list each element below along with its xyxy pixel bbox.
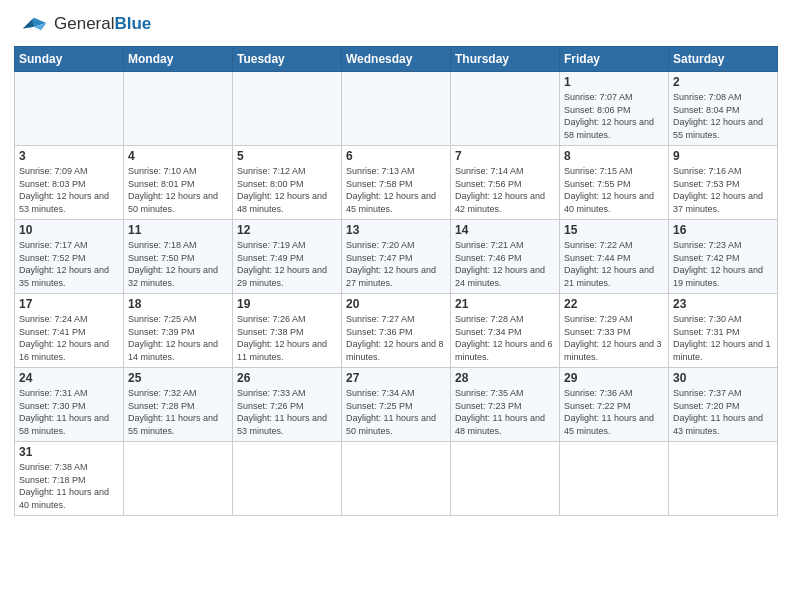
day-info: Sunrise: 7:14 AM Sunset: 7:56 PM Dayligh…	[455, 165, 555, 215]
logo-text: GeneralBlue	[54, 15, 151, 34]
day-cell: 9Sunrise: 7:16 AM Sunset: 7:53 PM Daylig…	[669, 146, 778, 220]
day-number: 1	[564, 75, 664, 89]
day-number: 12	[237, 223, 337, 237]
day-cell: 12Sunrise: 7:19 AM Sunset: 7:49 PM Dayli…	[233, 220, 342, 294]
day-cell	[560, 442, 669, 516]
day-number: 28	[455, 371, 555, 385]
day-number: 16	[673, 223, 773, 237]
day-info: Sunrise: 7:31 AM Sunset: 7:30 PM Dayligh…	[19, 387, 119, 437]
day-cell	[451, 442, 560, 516]
day-info: Sunrise: 7:28 AM Sunset: 7:34 PM Dayligh…	[455, 313, 555, 363]
day-info: Sunrise: 7:17 AM Sunset: 7:52 PM Dayligh…	[19, 239, 119, 289]
day-info: Sunrise: 7:35 AM Sunset: 7:23 PM Dayligh…	[455, 387, 555, 437]
week-row: 1Sunrise: 7:07 AM Sunset: 8:06 PM Daylig…	[15, 72, 778, 146]
week-row: 31Sunrise: 7:38 AM Sunset: 7:18 PM Dayli…	[15, 442, 778, 516]
day-cell	[342, 72, 451, 146]
logo-icon	[14, 10, 50, 38]
day-cell: 28Sunrise: 7:35 AM Sunset: 7:23 PM Dayli…	[451, 368, 560, 442]
day-number: 8	[564, 149, 664, 163]
day-info: Sunrise: 7:38 AM Sunset: 7:18 PM Dayligh…	[19, 461, 119, 511]
day-cell: 14Sunrise: 7:21 AM Sunset: 7:46 PM Dayli…	[451, 220, 560, 294]
col-header-wednesday: Wednesday	[342, 47, 451, 72]
day-cell: 30Sunrise: 7:37 AM Sunset: 7:20 PM Dayli…	[669, 368, 778, 442]
day-cell: 3Sunrise: 7:09 AM Sunset: 8:03 PM Daylig…	[15, 146, 124, 220]
calendar-table: SundayMondayTuesdayWednesdayThursdayFrid…	[14, 46, 778, 516]
day-info: Sunrise: 7:24 AM Sunset: 7:41 PM Dayligh…	[19, 313, 119, 363]
day-number: 20	[346, 297, 446, 311]
day-number: 24	[19, 371, 119, 385]
header: GeneralBlue	[14, 10, 778, 38]
day-cell: 1Sunrise: 7:07 AM Sunset: 8:06 PM Daylig…	[560, 72, 669, 146]
day-info: Sunrise: 7:26 AM Sunset: 7:38 PM Dayligh…	[237, 313, 337, 363]
day-cell: 8Sunrise: 7:15 AM Sunset: 7:55 PM Daylig…	[560, 146, 669, 220]
day-cell: 26Sunrise: 7:33 AM Sunset: 7:26 PM Dayli…	[233, 368, 342, 442]
day-info: Sunrise: 7:25 AM Sunset: 7:39 PM Dayligh…	[128, 313, 228, 363]
day-cell	[342, 442, 451, 516]
day-cell	[124, 442, 233, 516]
day-info: Sunrise: 7:33 AM Sunset: 7:26 PM Dayligh…	[237, 387, 337, 437]
day-cell: 11Sunrise: 7:18 AM Sunset: 7:50 PM Dayli…	[124, 220, 233, 294]
day-number: 4	[128, 149, 228, 163]
day-cell: 29Sunrise: 7:36 AM Sunset: 7:22 PM Dayli…	[560, 368, 669, 442]
calendar-header-row: SundayMondayTuesdayWednesdayThursdayFrid…	[15, 47, 778, 72]
svg-marker-1	[23, 20, 34, 29]
day-number: 25	[128, 371, 228, 385]
col-header-friday: Friday	[560, 47, 669, 72]
day-info: Sunrise: 7:27 AM Sunset: 7:36 PM Dayligh…	[346, 313, 446, 363]
day-info: Sunrise: 7:16 AM Sunset: 7:53 PM Dayligh…	[673, 165, 773, 215]
day-cell: 4Sunrise: 7:10 AM Sunset: 8:01 PM Daylig…	[124, 146, 233, 220]
day-number: 27	[346, 371, 446, 385]
day-cell	[669, 442, 778, 516]
day-info: Sunrise: 7:19 AM Sunset: 7:49 PM Dayligh…	[237, 239, 337, 289]
day-number: 7	[455, 149, 555, 163]
day-cell: 6Sunrise: 7:13 AM Sunset: 7:58 PM Daylig…	[342, 146, 451, 220]
day-info: Sunrise: 7:10 AM Sunset: 8:01 PM Dayligh…	[128, 165, 228, 215]
day-number: 23	[673, 297, 773, 311]
week-row: 10Sunrise: 7:17 AM Sunset: 7:52 PM Dayli…	[15, 220, 778, 294]
day-cell: 31Sunrise: 7:38 AM Sunset: 7:18 PM Dayli…	[15, 442, 124, 516]
col-header-saturday: Saturday	[669, 47, 778, 72]
day-number: 19	[237, 297, 337, 311]
day-cell: 27Sunrise: 7:34 AM Sunset: 7:25 PM Dayli…	[342, 368, 451, 442]
day-number: 26	[237, 371, 337, 385]
day-info: Sunrise: 7:29 AM Sunset: 7:33 PM Dayligh…	[564, 313, 664, 363]
day-cell: 21Sunrise: 7:28 AM Sunset: 7:34 PM Dayli…	[451, 294, 560, 368]
day-number: 6	[346, 149, 446, 163]
day-number: 31	[19, 445, 119, 459]
day-info: Sunrise: 7:30 AM Sunset: 7:31 PM Dayligh…	[673, 313, 773, 363]
week-row: 3Sunrise: 7:09 AM Sunset: 8:03 PM Daylig…	[15, 146, 778, 220]
day-cell: 7Sunrise: 7:14 AM Sunset: 7:56 PM Daylig…	[451, 146, 560, 220]
logo: GeneralBlue	[14, 10, 151, 38]
day-number: 17	[19, 297, 119, 311]
day-cell	[233, 442, 342, 516]
day-number: 9	[673, 149, 773, 163]
day-number: 5	[237, 149, 337, 163]
day-cell: 23Sunrise: 7:30 AM Sunset: 7:31 PM Dayli…	[669, 294, 778, 368]
day-info: Sunrise: 7:07 AM Sunset: 8:06 PM Dayligh…	[564, 91, 664, 141]
calendar-page: GeneralBlue SundayMondayTuesdayWednesday…	[0, 0, 792, 524]
day-cell: 19Sunrise: 7:26 AM Sunset: 7:38 PM Dayli…	[233, 294, 342, 368]
day-cell: 5Sunrise: 7:12 AM Sunset: 8:00 PM Daylig…	[233, 146, 342, 220]
day-cell	[15, 72, 124, 146]
day-number: 10	[19, 223, 119, 237]
col-header-sunday: Sunday	[15, 47, 124, 72]
day-cell: 22Sunrise: 7:29 AM Sunset: 7:33 PM Dayli…	[560, 294, 669, 368]
week-row: 24Sunrise: 7:31 AM Sunset: 7:30 PM Dayli…	[15, 368, 778, 442]
day-info: Sunrise: 7:37 AM Sunset: 7:20 PM Dayligh…	[673, 387, 773, 437]
day-number: 15	[564, 223, 664, 237]
day-cell: 17Sunrise: 7:24 AM Sunset: 7:41 PM Dayli…	[15, 294, 124, 368]
day-cell: 25Sunrise: 7:32 AM Sunset: 7:28 PM Dayli…	[124, 368, 233, 442]
day-number: 3	[19, 149, 119, 163]
day-number: 13	[346, 223, 446, 237]
day-cell: 20Sunrise: 7:27 AM Sunset: 7:36 PM Dayli…	[342, 294, 451, 368]
day-info: Sunrise: 7:18 AM Sunset: 7:50 PM Dayligh…	[128, 239, 228, 289]
day-cell: 2Sunrise: 7:08 AM Sunset: 8:04 PM Daylig…	[669, 72, 778, 146]
day-info: Sunrise: 7:15 AM Sunset: 7:55 PM Dayligh…	[564, 165, 664, 215]
day-number: 30	[673, 371, 773, 385]
day-info: Sunrise: 7:20 AM Sunset: 7:47 PM Dayligh…	[346, 239, 446, 289]
day-cell	[451, 72, 560, 146]
day-info: Sunrise: 7:13 AM Sunset: 7:58 PM Dayligh…	[346, 165, 446, 215]
day-info: Sunrise: 7:09 AM Sunset: 8:03 PM Dayligh…	[19, 165, 119, 215]
day-cell: 10Sunrise: 7:17 AM Sunset: 7:52 PM Dayli…	[15, 220, 124, 294]
day-cell: 18Sunrise: 7:25 AM Sunset: 7:39 PM Dayli…	[124, 294, 233, 368]
